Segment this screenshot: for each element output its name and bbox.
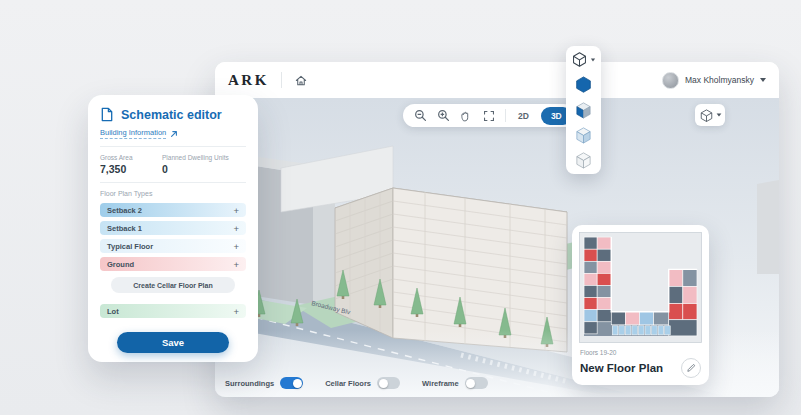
home-icon [294,73,308,88]
pencil-icon [686,363,696,373]
floor-plan-types-label: Floor Plan Types [100,190,246,197]
row-label: Setback 2 [107,206,142,215]
row-label: Typical Floor [107,242,153,251]
schematic-editor-panel: Schematic editor Building Information Gr… [88,95,258,362]
toggle-wireframe: Wireframe [422,377,488,389]
cube-solid-icon [574,75,593,94]
floor-type-row-typical-floor[interactable]: Typical Floor + [100,239,246,253]
building-information-link[interactable]: Building Information [100,128,246,139]
add-icon[interactable]: + [233,259,239,270]
main-building[interactable] [335,188,567,352]
stat-dwelling-units: Planned Dwelling Units 0 [162,154,229,175]
row-label: Lot [107,307,119,316]
add-icon[interactable]: + [233,306,239,317]
toggle-surroundings: Surroundings [225,377,303,389]
stat-label: Planned Dwelling Units [162,154,229,161]
floor-type-row-setback-2[interactable]: Setback 2 + [100,203,246,217]
neighbor-building-right [757,180,779,274]
row-label: Ground [107,260,134,269]
floor-type-row-lot[interactable]: Lot + [100,304,246,318]
floorplan-card[interactable]: Floors 19-20 New Floor Plan [572,225,709,385]
wireframe-switch[interactable] [465,377,488,389]
massing-outline-button[interactable] [573,149,594,170]
building-information-label: Building Information [100,128,166,139]
massing-toolbar [566,46,601,174]
view-toolbar: 2D 3D [403,104,575,127]
zoom-out-icon [414,109,427,122]
zoom-in-icon [437,109,450,122]
edit-floorplan-button[interactable] [681,358,701,378]
add-icon[interactable]: + [233,223,239,234]
zoom-out-button[interactable] [413,109,427,123]
page: ARK Max Kholmyansky [0,0,801,415]
view-cube-dropdown[interactable] [695,104,725,126]
3d-viewport[interactable]: Broadway Blv [215,98,779,397]
user-menu[interactable]: Max Kholmyansky [662,72,766,89]
divider [100,146,246,147]
user-name: Max Kholmyansky [685,75,754,85]
app-header: ARK Max Kholmyansky [215,62,779,98]
floor-type-row-setback-1[interactable]: Setback 1 + [100,221,246,235]
stat-value: 7,350 [100,163,152,175]
stat-gross-area: Gross Area 7,350 [100,154,152,175]
fit-screen-icon [483,110,495,122]
surroundings-label: Surroundings [225,379,274,388]
add-icon[interactable]: + [233,205,239,216]
cube-light-filled-icon [574,125,593,144]
stat-label: Gross Area [100,154,152,161]
building-stats: Gross Area 7,350 Planned Dwelling Units … [100,154,246,175]
zoom-in-button[interactable] [436,109,450,123]
fit-screen-button[interactable] [482,109,496,123]
add-icon[interactable]: + [233,241,239,252]
toolbar-divider [505,109,506,122]
display-toggles: Surroundings Cellar Floors Wireframe [225,377,488,389]
cube-outline-icon [574,150,593,169]
pan-button[interactable] [459,109,473,123]
massing-mode-dropdown[interactable] [571,51,596,68]
mode-2d-button[interactable]: 2D [515,111,532,121]
ark-logo: ARK [228,72,269,89]
floor-type-row-ground[interactable]: Ground + [100,257,246,271]
cellar-floors-switch[interactable] [377,377,400,389]
document-icon [100,107,114,122]
home-button[interactable] [294,73,308,87]
toggle-cellar-floors: Cellar Floors [325,377,400,389]
row-label: Setback 1 [107,224,142,233]
cellar-floors-label: Cellar Floors [325,379,371,388]
floorplan-thumbnail [578,231,703,344]
wireframe-label: Wireframe [422,379,459,388]
pan-hand-icon [460,110,472,122]
save-button[interactable]: Save [117,332,229,353]
divider [100,182,246,183]
caret-down-icon [716,113,721,116]
wireframe-cube-icon [571,51,588,68]
floorplan-title: New Floor Plan [580,362,663,374]
user-avatar [662,72,679,89]
caret-down-icon [760,78,766,82]
panel-title: Schematic editor [121,108,222,122]
wireframe-cube-icon [699,108,714,123]
header-divider [281,72,282,88]
floorplan-card-footer: Floors 19-20 New Floor Plan [578,344,703,378]
caret-down-icon [591,58,595,61]
surroundings-switch[interactable] [280,377,303,389]
cube-front-filled-icon [574,100,593,119]
app-window: ARK Max Kholmyansky [215,62,779,397]
massing-front-fill-button[interactable] [573,99,594,120]
massing-light-fill-button[interactable] [573,124,594,145]
floors-range-label: Floors 19-20 [580,349,701,356]
create-cellar-floor-plan-button[interactable]: Create Cellar Floor Plan [111,277,235,293]
stat-value: 0 [162,163,229,175]
external-link-icon [170,130,178,138]
massing-solid-button[interactable] [573,74,594,95]
